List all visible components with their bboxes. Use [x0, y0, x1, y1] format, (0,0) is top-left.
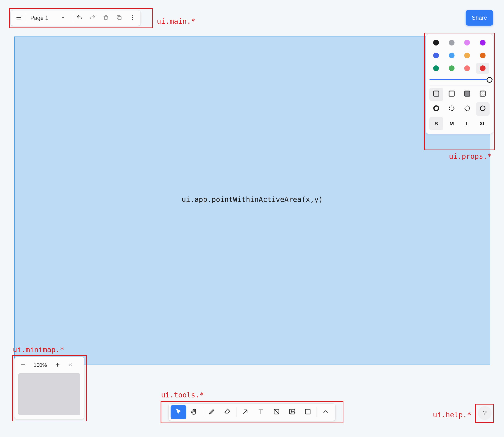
swatch-dot: [449, 65, 455, 71]
svg-line-21: [243, 410, 247, 414]
color-swatch-dark-green[interactable]: [429, 63, 443, 74]
size-label: XL: [479, 121, 486, 127]
overflow-button[interactable]: [126, 11, 139, 25]
fill-pattern[interactable]: [476, 88, 490, 101]
color-swatch-black[interactable]: [429, 37, 443, 48]
fill-pattern-icon: [479, 90, 486, 99]
duplicate-icon: [116, 14, 122, 21]
color-swatch-green[interactable]: [445, 63, 458, 74]
fill-semi-icon: [448, 90, 455, 99]
stroke-dotted-icon: [464, 105, 471, 113]
opacity-thumb[interactable]: [487, 77, 492, 83]
annotation-label-help: ui.help.*: [433, 411, 471, 419]
color-swatch-grid: [429, 37, 490, 74]
color-swatch-violet[interactable]: [476, 37, 489, 48]
zoom-in-button[interactable]: [50, 358, 65, 372]
text-icon: [257, 408, 265, 416]
toolbar-divider: [72, 14, 72, 22]
color-swatch-light-red[interactable]: [460, 63, 474, 74]
toolbar-divider: [317, 407, 317, 417]
svg-rect-8: [434, 92, 438, 96]
trash-icon: [103, 14, 109, 21]
stroke-draw-icon: [479, 105, 486, 113]
size-m[interactable]: M: [445, 117, 459, 130]
stroke-draw[interactable]: [476, 102, 490, 116]
active-area[interactable]: ui.app.pointWithinActiveArea(x,y): [14, 37, 490, 365]
redo-button[interactable]: [86, 11, 99, 25]
color-swatch-light-violet[interactable]: [460, 37, 474, 48]
tool-text[interactable]: [253, 405, 269, 419]
color-swatch-blue[interactable]: [429, 50, 443, 61]
delete-button[interactable]: [99, 11, 113, 25]
duplicate-button[interactable]: [113, 11, 126, 25]
undo-icon: [76, 14, 82, 21]
toolbar-divider: [203, 407, 203, 417]
minimap-collapse-button[interactable]: [65, 358, 76, 372]
page-selector[interactable]: Page 1: [27, 11, 71, 25]
tool-arrow[interactable]: [238, 405, 253, 419]
tool-select[interactable]: [171, 405, 186, 419]
fill-none[interactable]: [429, 88, 443, 101]
color-swatch-orange[interactable]: [476, 50, 489, 61]
color-swatch-red[interactable]: [476, 63, 489, 74]
svg-point-13: [434, 106, 439, 111]
color-swatch-light-blue[interactable]: [445, 50, 458, 61]
menu-button[interactable]: [12, 11, 25, 25]
cursor-icon: [175, 408, 182, 416]
zoom-level-label[interactable]: 100%: [30, 362, 50, 368]
stroke-dotted[interactable]: [460, 102, 474, 116]
stroke-solid-icon: [433, 105, 440, 113]
fill-solid[interactable]: [460, 88, 474, 101]
style-panel: SMLXL: [426, 34, 493, 134]
swatch-dot: [464, 40, 470, 46]
zoom-out-button[interactable]: [16, 358, 30, 372]
tool-more[interactable]: [318, 405, 333, 419]
canvas-label: ui.app.pointWithinActiveArea(x,y): [182, 195, 323, 204]
tool-hand[interactable]: [186, 405, 202, 419]
color-swatch-yellow[interactable]: [460, 50, 474, 61]
svg-point-5: [132, 17, 133, 18]
tool-asset[interactable]: [284, 405, 300, 419]
swatch-dot: [449, 53, 455, 58]
share-button[interactable]: Share: [466, 10, 493, 26]
stroke-dashed[interactable]: [445, 102, 459, 116]
chevrons-left-icon: [68, 362, 73, 368]
square-icon: [304, 408, 311, 416]
props-divider: [429, 86, 490, 86]
image-icon: [289, 408, 296, 416]
help-button[interactable]: ?: [478, 406, 492, 420]
tool-eraser[interactable]: [220, 405, 235, 419]
svg-point-4: [132, 15, 133, 16]
minus-icon: [20, 362, 26, 368]
swatch-dot: [433, 40, 439, 46]
svg-point-6: [132, 19, 133, 20]
minimap-panel: 100%: [14, 357, 84, 419]
size-l[interactable]: L: [460, 117, 474, 130]
undo-button[interactable]: [73, 11, 86, 25]
color-swatch-grey[interactable]: [445, 37, 458, 48]
tool-shape[interactable]: [300, 405, 316, 419]
size-row: SMLXL: [426, 117, 493, 132]
swatch-dot: [449, 40, 455, 46]
opacity-slider[interactable]: [426, 77, 493, 83]
fill-semi[interactable]: [445, 88, 459, 101]
dots-vertical-icon: [129, 14, 136, 21]
arrow-up-right-icon: [242, 408, 249, 416]
svg-point-16: [480, 106, 485, 111]
chevron-up-icon: [322, 408, 329, 416]
size-label: L: [466, 121, 469, 127]
minimap-canvas[interactable]: [18, 373, 80, 415]
stroke-solid[interactable]: [429, 102, 443, 116]
opacity-fill: [429, 79, 493, 80]
svg-rect-10: [465, 91, 470, 96]
tool-draw[interactable]: [204, 405, 220, 419]
main-toolbar: Page 1: [10, 10, 141, 26]
svg-point-26: [291, 411, 292, 412]
size-xl[interactable]: XL: [476, 117, 490, 130]
fill-solid-icon: [464, 90, 471, 99]
tool-note[interactable]: [269, 405, 284, 419]
hand-icon: [191, 408, 198, 416]
note-icon: [273, 408, 280, 416]
size-label: S: [434, 121, 438, 127]
size-s[interactable]: S: [429, 117, 443, 130]
